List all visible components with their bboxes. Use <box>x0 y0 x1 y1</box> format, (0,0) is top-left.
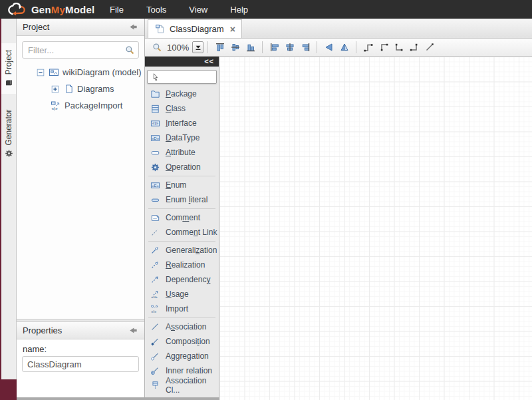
palette-item-usage[interactable]: «u»Usage <box>145 287 219 301</box>
interface-icon: «I» <box>150 118 160 128</box>
tree-item-label: wikiDiagram (model) <box>63 67 141 77</box>
palette-item-label: Class <box>166 104 186 113</box>
properties-panel-header: Properties <box>17 322 144 339</box>
operation-icon <box>150 162 160 172</box>
palette-item-operation[interactable]: Operation <box>145 160 219 174</box>
palette-item-import[interactable]: «I»Import <box>145 301 219 316</box>
association-icon <box>150 321 160 332</box>
align-right-button[interactable] <box>297 40 313 55</box>
palette-item-package[interactable]: Package <box>145 87 219 101</box>
palette-item-label: DataType <box>166 133 200 142</box>
filter-input[interactable] <box>22 41 139 59</box>
palette-item-interface[interactable]: «I»Interface <box>145 116 219 130</box>
palette-item-aggregation[interactable]: Aggregation <box>145 349 219 363</box>
palette-item-association[interactable]: Association <box>145 319 219 334</box>
app-title: GenMyModel <box>31 4 94 15</box>
comment-icon <box>150 212 160 223</box>
menu-tools[interactable]: Tools <box>135 5 178 15</box>
menu-file[interactable]: File <box>98 5 135 15</box>
sidebar-tab-project[interactable]: Project <box>1 43 16 94</box>
palette-item-label: Comment Link <box>166 228 217 237</box>
collapse-palette-button[interactable]: << <box>204 57 214 65</box>
palette-item-class[interactable]: Class <box>145 101 219 116</box>
palette-item-label: Operation <box>166 162 201 172</box>
menu-help[interactable]: Help <box>219 5 259 15</box>
cursor-icon <box>150 72 161 83</box>
name-field-label: name: <box>23 344 138 354</box>
close-tab-button[interactable]: × <box>229 24 235 35</box>
palette-item-comment-link[interactable]: Comment Link <box>145 225 219 240</box>
palette-item-label: Enum <box>166 180 186 190</box>
project-panel-title: Project <box>23 22 49 32</box>
align-center-icon <box>285 42 295 53</box>
palette-item-comment[interactable]: Comment <box>145 210 219 225</box>
page-icon <box>63 84 74 95</box>
attribute-icon <box>150 147 160 158</box>
align-left-icon <box>269 42 280 53</box>
flip-vertical-button[interactable] <box>336 40 352 55</box>
palette-item-label: Realization <box>166 260 205 270</box>
collapse-panel-button[interactable] <box>128 325 138 336</box>
book-icon <box>4 78 13 87</box>
name-field[interactable] <box>22 356 139 372</box>
generalization-icon <box>150 245 160 256</box>
flip-horizontal-button[interactable] <box>321 40 336 55</box>
palette-item-label: Association <box>166 322 206 331</box>
palette-item-label: Usage <box>166 290 189 299</box>
tree-item-label: Diagrams <box>77 84 114 94</box>
tab-classdiagram[interactable]: ClassDiagram × <box>148 19 242 38</box>
palette-item-label: Attribute <box>166 148 196 157</box>
route-corner-br-button[interactable] <box>406 40 422 55</box>
selection-tool-button[interactable] <box>147 70 217 84</box>
align-bottom-button[interactable] <box>243 40 258 55</box>
horizontal-scrollbar[interactable] <box>17 397 219 400</box>
palette-item-enum-literal[interactable]: Enum literal <box>145 192 219 207</box>
sidebar-tab-generator[interactable]: Generator <box>1 103 16 164</box>
palette-header: << <box>145 57 219 67</box>
comment-link-icon <box>150 227 160 238</box>
route-step-button[interactable] <box>360 40 376 55</box>
palette-item-label: Association Cl... <box>166 376 219 395</box>
palette-item-generalization[interactable]: Generalization <box>145 243 219 258</box>
align-center-button[interactable] <box>282 40 297 55</box>
usage-icon: «u» <box>150 289 160 300</box>
zoom-dropdown-button[interactable] <box>192 41 203 53</box>
tree-item-packageimport[interactable]: «I»PackageImport <box>17 97 144 114</box>
datatype-icon: «D» <box>150 132 160 143</box>
palette-item-label: Comment <box>166 213 200 222</box>
align-left-button[interactable] <box>267 40 282 55</box>
palette-item-label: Dependency <box>166 275 210 284</box>
aggregation-icon <box>150 351 160 361</box>
palette-item-dependency[interactable]: Dependency <box>145 272 219 287</box>
toolbar-separator <box>317 41 317 53</box>
palette-item-realization[interactable]: Realization <box>145 258 219 272</box>
accent-block <box>0 379 17 400</box>
align-middle-button[interactable] <box>227 40 243 55</box>
svg-text:«I»: «I» <box>52 106 58 110</box>
diagram-tab-icon <box>154 24 165 35</box>
route-step-icon <box>363 42 374 53</box>
palette: << PackageClass«I»Interface«D»DataTypeAt… <box>145 57 219 400</box>
palette-item-association-cl[interactable]: Association Cl... <box>145 378 219 393</box>
palette-item-attribute[interactable]: Attribute <box>145 145 219 160</box>
route-oblique-button[interactable] <box>422 40 437 55</box>
palette-item-enum[interactable]: «E»Enum <box>145 178 219 192</box>
palette-item-label: Enum literal <box>166 195 207 204</box>
collapse-panel-button[interactable] <box>128 22 138 33</box>
tree-item-diagrams[interactable]: Diagrams <box>17 81 144 97</box>
route-corner-bl-button[interactable] <box>391 40 406 55</box>
tree-item-wikidiagram-model[interactable]: wikiDiagram (model) <box>17 64 144 81</box>
side-tab-strip: Project Generator <box>0 19 17 400</box>
cloud-logo-icon <box>7 3 27 16</box>
menu-view[interactable]: View <box>178 5 219 15</box>
diagram-canvas[interactable] <box>219 57 532 400</box>
properties-panel: Properties name: <box>17 322 144 400</box>
palette-item-datatype[interactable]: «D»DataType <box>145 130 219 145</box>
svg-text:«u»: «u» <box>151 295 157 299</box>
align-top-icon <box>215 42 225 53</box>
realization-icon <box>150 260 160 270</box>
align-top-button[interactable] <box>212 40 227 55</box>
route-corner-tl-button[interactable] <box>376 40 391 55</box>
palette-item-composition[interactable]: Composition <box>145 334 219 349</box>
svg-text:«I»: «I» <box>152 120 158 125</box>
